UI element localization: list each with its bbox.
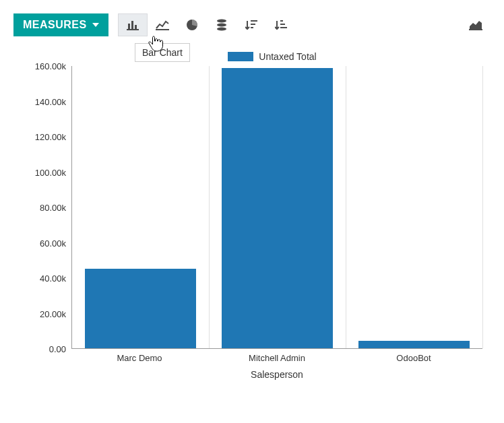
- svg-rect-3: [135, 25, 137, 29]
- sort-desc-icon: [245, 20, 257, 30]
- svg-rect-2: [131, 21, 133, 29]
- x-label: OdooBot: [396, 353, 431, 363]
- bar-chart-icon: [127, 20, 139, 30]
- stacked-button[interactable]: [207, 13, 237, 36]
- y-tick: 40.00k: [13, 273, 66, 284]
- plot-area: [71, 66, 482, 349]
- sort-desc-button[interactable]: [237, 13, 266, 36]
- line-chart-button[interactable]: [148, 13, 177, 36]
- y-tick: 160.00k: [13, 61, 66, 71]
- chart-legend: Untaxed Total: [54, 51, 491, 62]
- x-axis-title: Salesperson: [71, 369, 482, 380]
- bar-marc-demo[interactable]: [85, 269, 196, 348]
- y-tick: 60.00k: [13, 238, 66, 248]
- tooltip-text: Bar Chart: [142, 47, 183, 58]
- tooltip: Bar Chart: [135, 43, 190, 62]
- area-chart-button[interactable]: [461, 13, 491, 36]
- bar-odoobot[interactable]: [358, 341, 470, 348]
- chart-area: 0.00 20.00k 40.00k 60.00k 80.00k 100.00k…: [13, 66, 485, 376]
- y-tick: 140.00k: [13, 96, 66, 106]
- y-tick: 100.00k: [13, 167, 66, 177]
- sort-asc-icon: [275, 20, 287, 30]
- line-chart-icon: [156, 20, 169, 30]
- x-label: Mitchell Admin: [249, 353, 305, 363]
- pie-chart-icon: [186, 19, 198, 31]
- grid-line: [346, 66, 346, 348]
- y-axis: 0.00 20.00k 40.00k 60.00k 80.00k 100.00k…: [13, 66, 71, 349]
- toolbar: MEASURES: [13, 13, 491, 36]
- measures-label: MEASURES: [23, 19, 87, 31]
- pie-chart-button[interactable]: [177, 13, 207, 36]
- y-tick: 120.00k: [13, 132, 66, 142]
- svg-marker-17: [470, 21, 482, 29]
- svg-point-6: [217, 20, 226, 23]
- area-chart-icon: [469, 20, 482, 30]
- database-icon: [216, 19, 227, 31]
- sort-asc-button[interactable]: [266, 13, 296, 36]
- grid-line: [482, 66, 483, 348]
- grid-line: [209, 66, 210, 348]
- y-tick: 20.00k: [13, 308, 66, 319]
- y-tick: 0.00: [13, 344, 66, 354]
- legend-label: Untaxed Total: [259, 51, 316, 62]
- y-tick: 80.00k: [13, 203, 66, 213]
- bar-chart-button[interactable]: [118, 13, 148, 36]
- bar-mitchell-admin[interactable]: [222, 68, 333, 348]
- x-label: Marc Demo: [117, 353, 162, 363]
- svg-rect-0: [127, 29, 139, 30]
- svg-point-8: [217, 28, 226, 31]
- svg-rect-1: [128, 24, 130, 29]
- measures-button[interactable]: MEASURES: [13, 13, 108, 36]
- svg-point-7: [217, 24, 226, 27]
- legend-swatch: [228, 52, 253, 61]
- x-axis: Marc Demo Mitchell Admin OdooBot: [71, 353, 482, 366]
- caret-down-icon: [92, 23, 99, 27]
